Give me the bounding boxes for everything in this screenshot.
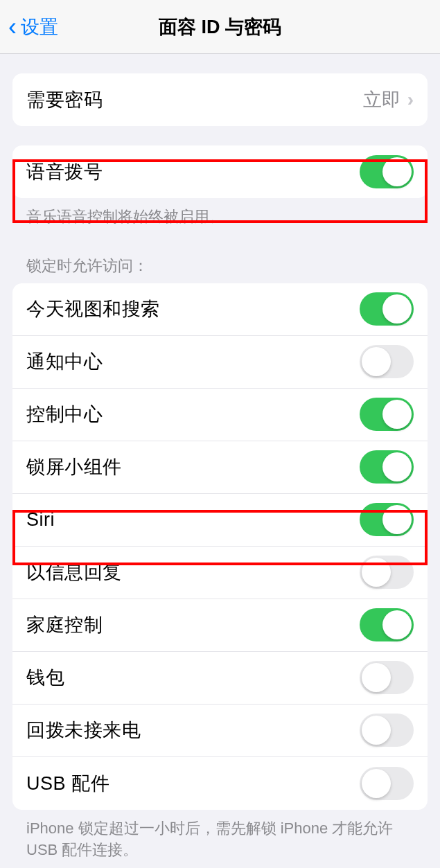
voice-dial-toggle[interactable] <box>360 155 414 188</box>
lock-access-toggle[interactable] <box>360 398 414 431</box>
lock-access-toggle[interactable] <box>360 450 414 484</box>
lock-access-toggle[interactable] <box>360 714 414 747</box>
lock-access-row: 控制中心 <box>12 389 428 441</box>
lock-access-label: 以信息回复 <box>26 560 122 585</box>
require-passcode-value: 立即 <box>363 87 401 112</box>
nav-header: ‹ 设置 面容 ID 与密码 <box>0 0 440 54</box>
back-label: 设置 <box>21 15 58 39</box>
lock-access-toggle[interactable] <box>360 503 414 536</box>
lock-access-label: 回拨未接来电 <box>26 718 141 743</box>
lock-access-toggle[interactable] <box>360 767 414 800</box>
require-passcode-label: 需要密码 <box>26 87 103 112</box>
back-button[interactable]: ‹ 设置 <box>0 15 58 39</box>
lock-access-toggle[interactable] <box>360 661 414 694</box>
lock-access-label: 控制中心 <box>26 402 103 427</box>
voice-dial-footer: 音乐语音控制将始终被启用。 <box>12 198 428 228</box>
require-passcode-row[interactable]: 需要密码 立即 › <box>12 73 428 126</box>
lock-access-header: 锁定时允许访问： <box>12 256 428 283</box>
voice-dial-label: 语音拨号 <box>26 159 103 184</box>
chevron-left-icon: ‹ <box>8 15 17 39</box>
lock-access-label: 通知中心 <box>26 349 103 374</box>
require-passcode-group: 需要密码 立即 › <box>12 73 428 126</box>
lock-access-row: 今天视图和搜索 <box>12 283 428 336</box>
chevron-right-icon: › <box>407 89 414 111</box>
lock-access-footer: iPhone 锁定超过一小时后，需先解锁 iPhone 才能允许 USB 配件连… <box>12 810 428 861</box>
lock-access-toggle[interactable] <box>360 292 414 326</box>
voice-dial-group: 语音拨号 <box>12 145 428 198</box>
lock-access-label: USB 配件 <box>26 771 109 796</box>
page-title: 面容 ID 与密码 <box>0 15 440 39</box>
lock-access-label: 家庭控制 <box>26 612 103 637</box>
lock-access-label: Siri <box>26 509 55 531</box>
lock-access-row: 以信息回复 <box>12 547 428 599</box>
lock-access-row: Siri <box>12 494 428 547</box>
lock-access-row: 钱包 <box>12 652 428 705</box>
lock-access-row: 通知中心 <box>12 336 428 389</box>
voice-dial-row: 语音拨号 <box>12 145 428 198</box>
lock-access-toggle[interactable] <box>360 345 414 378</box>
lock-access-row: 家庭控制 <box>12 599 428 652</box>
lock-access-row: 回拨未接来电 <box>12 705 428 757</box>
lock-access-label: 今天视图和搜索 <box>26 296 160 321</box>
lock-access-group: 今天视图和搜索通知中心控制中心锁屏小组件Siri以信息回复家庭控制钱包回拨未接来… <box>12 283 428 810</box>
lock-access-row: USB 配件 <box>12 757 428 810</box>
lock-access-label: 锁屏小组件 <box>26 454 122 479</box>
lock-access-row: 锁屏小组件 <box>12 441 428 494</box>
lock-access-label: 钱包 <box>26 665 64 690</box>
lock-access-toggle[interactable] <box>360 608 414 641</box>
lock-access-toggle[interactable] <box>360 556 414 589</box>
